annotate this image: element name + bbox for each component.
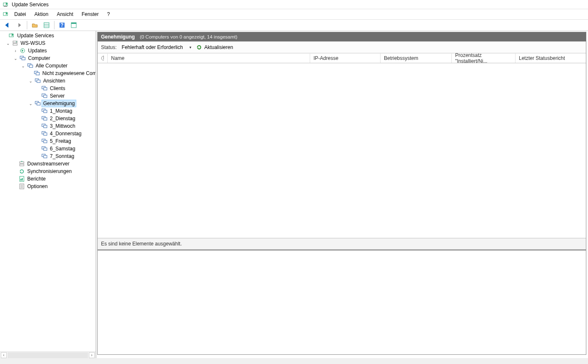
tree-label: Computer xyxy=(27,55,52,62)
grid-body[interactable] xyxy=(98,63,586,238)
tree[interactable]: Update Services ⌄ WS-WSUS › Updates ⌄ Co… xyxy=(0,31,96,351)
tree-day[interactable]: 7_Sonntag xyxy=(0,152,96,160)
refresh-label: Aktualisieren xyxy=(204,44,233,50)
tree-label: Nicht zugewiesene Com xyxy=(41,70,96,77)
column-ip[interactable]: IP-Adresse xyxy=(310,54,381,63)
tree-reports[interactable]: Berichte xyxy=(0,175,96,183)
svg-text:i: i xyxy=(103,56,104,61)
tree-downstream[interactable]: Downstreamserver xyxy=(0,160,96,168)
tree-unassigned[interactable]: Nicht zugewiesene Com xyxy=(0,70,96,77)
caret-open-icon[interactable]: ⌄ xyxy=(28,79,34,83)
column-name[interactable]: Name xyxy=(108,54,310,63)
computer-group-icon xyxy=(41,123,48,129)
tree-label: Berichte xyxy=(26,176,47,182)
tree-label: 2_Dienstag xyxy=(49,115,77,122)
tree-label: Optionen xyxy=(26,183,49,190)
svg-text:?: ? xyxy=(60,22,63,28)
tree-syncs[interactable]: Synchronisierungen xyxy=(0,168,96,175)
tree-label: Clients xyxy=(49,85,67,92)
forward-button[interactable] xyxy=(14,21,24,30)
tree-label: Ansichten xyxy=(42,77,67,84)
tree-label: 6_Samstag xyxy=(49,145,77,152)
caret-closed-icon[interactable]: › xyxy=(13,49,18,53)
refresh-button[interactable]: Aktualisieren xyxy=(196,44,233,51)
computer-group-icon xyxy=(34,70,40,77)
tree-servernode[interactable]: Server xyxy=(0,92,96,100)
svg-rect-32 xyxy=(44,118,47,120)
computer-group-icon xyxy=(41,153,48,160)
svg-rect-16 xyxy=(22,57,25,60)
tree-computer[interactable]: ⌄ Computer xyxy=(0,54,96,62)
help-button[interactable]: ? xyxy=(57,21,67,30)
tree-hscroll[interactable]: ‹ › xyxy=(0,351,96,358)
new-window-button[interactable] xyxy=(69,21,79,30)
tree-server[interactable]: ⌄ WS-WSUS xyxy=(0,39,96,47)
tree-day[interactable]: 1_Montag xyxy=(0,107,96,115)
tree-views[interactable]: ⌄ Ansichten xyxy=(0,77,96,85)
tree-label: 5_Freitag xyxy=(49,138,73,145)
svg-rect-36 xyxy=(44,133,47,135)
computer-group-icon xyxy=(41,145,48,152)
caret-open-icon[interactable]: ⌄ xyxy=(13,56,18,61)
column-last[interactable]: Letzter Statusbericht xyxy=(515,54,586,63)
tree-all-computers[interactable]: ⌄ Alle Computer xyxy=(0,62,96,70)
tree-day[interactable]: 4_Donnerstag xyxy=(0,130,96,137)
content-subtitle: (0 Computers von 0 angezeigt, 14 insgesa… xyxy=(140,34,238,39)
tree-label: 4_Donnerstag xyxy=(49,130,83,137)
tree-updates[interactable]: › Updates xyxy=(0,47,96,54)
menu-ansicht[interactable]: Ansicht xyxy=(53,10,76,18)
tree-label: Update Services xyxy=(16,32,55,39)
tree-root[interactable]: Update Services xyxy=(0,32,96,39)
server-app-icon xyxy=(8,32,15,39)
caret-open-icon[interactable]: ⌄ xyxy=(5,41,11,46)
svg-rect-43 xyxy=(20,162,24,163)
svg-rect-30 xyxy=(44,110,47,113)
list-view-button[interactable] xyxy=(41,21,52,30)
caret-open-icon[interactable]: ⌄ xyxy=(20,64,26,68)
computer-group-icon xyxy=(19,55,26,62)
tree-label: Server xyxy=(49,93,66,99)
column-pct[interactable]: Prozentsatz "Installiert/Ni... xyxy=(452,54,515,63)
menu-fenster[interactable]: Fenster xyxy=(78,10,102,18)
svg-point-13 xyxy=(16,41,17,42)
refresh-icon xyxy=(196,44,202,51)
tree-day[interactable]: 6_Samstag xyxy=(0,145,96,152)
sync-icon xyxy=(18,168,25,175)
computer-group-icon xyxy=(41,138,48,145)
tree-day[interactable]: 5_Freitag xyxy=(0,137,96,145)
server-icon xyxy=(12,40,18,46)
menu-help[interactable]: ? xyxy=(104,10,113,18)
content-title: Genehmigung xyxy=(101,34,135,40)
svg-rect-12 xyxy=(13,44,17,45)
svg-rect-38 xyxy=(44,140,47,143)
tree-label: Synchronisierungen xyxy=(26,168,73,175)
scroll-right-icon[interactable]: › xyxy=(89,352,95,358)
options-icon xyxy=(18,183,25,190)
tree-label: WS-WSUS xyxy=(19,40,47,46)
column-info-icon[interactable]: i xyxy=(98,54,108,63)
svg-rect-22 xyxy=(37,80,40,83)
statusbar xyxy=(0,358,588,364)
caret-open-icon[interactable]: ⌄ xyxy=(28,101,34,106)
tree-label: 7_Sonntag xyxy=(49,153,75,160)
tree-approval[interactable]: ⌄ Genehmigung xyxy=(0,100,96,107)
svg-rect-42 xyxy=(44,155,47,158)
tree-label: Alle Computer xyxy=(34,62,69,69)
menu-datei[interactable]: Datei xyxy=(11,10,29,18)
menu-aktion[interactable]: Aktion xyxy=(31,10,52,18)
scroll-left-icon[interactable]: ‹ xyxy=(1,352,7,358)
computer-group-icon xyxy=(34,100,41,107)
folder-open-button[interactable] xyxy=(30,21,40,30)
tree-options[interactable]: Optionen xyxy=(0,183,96,190)
status-label: Status: xyxy=(101,44,117,50)
tree-clients[interactable]: Clients xyxy=(0,85,96,92)
app-icon-small xyxy=(3,11,9,18)
dropdown-caret-icon[interactable]: ▾ xyxy=(188,45,193,49)
tree-day[interactable]: 2_Dienstag xyxy=(0,115,96,122)
svg-rect-3 xyxy=(44,23,49,28)
column-os[interactable]: Betriebssystem xyxy=(381,54,452,63)
svg-rect-18 xyxy=(29,65,33,67)
status-dropdown[interactable]: Fehlerhaft oder Erforderlich xyxy=(119,44,185,51)
back-button[interactable] xyxy=(3,21,13,30)
tree-day[interactable]: 3_Mittwoch xyxy=(0,122,96,130)
